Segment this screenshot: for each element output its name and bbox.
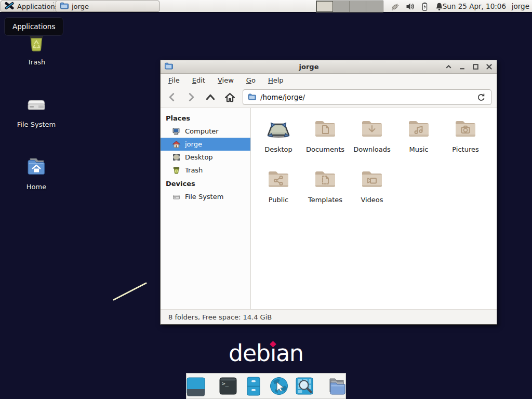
location-bar[interactable]: /home/jorge/ bbox=[243, 89, 491, 105]
folder-public-icon bbox=[266, 164, 291, 193]
dock-file-cabinet-icon[interactable] bbox=[243, 376, 264, 396]
menu-help[interactable]: Help bbox=[268, 76, 284, 84]
desktop-icon-label: Home bbox=[26, 183, 46, 191]
dock-file-manager-icon[interactable] bbox=[326, 376, 347, 396]
workspace-switcher bbox=[316, 1, 383, 12]
desktop-icon-label: Trash bbox=[28, 58, 45, 66]
path-folder-icon bbox=[248, 92, 256, 102]
file-item-templates[interactable]: Templates bbox=[302, 164, 349, 214]
folder-pictures-icon bbox=[453, 113, 478, 143]
nav-buttons bbox=[166, 91, 243, 103]
panel-username: jorge bbox=[512, 2, 529, 10]
taskbar-window-button[interactable]: jorge bbox=[56, 1, 159, 12]
volume-icon[interactable] bbox=[405, 2, 415, 11]
desktop16-icon bbox=[172, 153, 181, 162]
menu-bar: FileEditViewGoHelp bbox=[161, 74, 497, 87]
menu-go[interactable]: Go bbox=[246, 76, 256, 84]
file-item-desktop[interactable]: Desktop bbox=[255, 113, 302, 164]
file-item-music[interactable]: Music bbox=[395, 113, 442, 164]
dock-web-browser-icon[interactable] bbox=[269, 376, 289, 396]
folder-templates-icon bbox=[313, 164, 338, 193]
sidebar-item-computer[interactable]: Computer bbox=[161, 125, 250, 138]
applications-tooltip: Applications bbox=[4, 17, 63, 36]
folder-documents-icon bbox=[313, 113, 338, 143]
power-plug-icon[interactable] bbox=[391, 2, 401, 11]
applications-menu-label: Applications bbox=[17, 3, 58, 10]
status-bar: 8 folders, Free space: 14.4 GiB bbox=[161, 309, 497, 324]
drive16-icon bbox=[172, 192, 181, 201]
folder-music-icon bbox=[406, 113, 431, 143]
folder-window-icon bbox=[60, 1, 69, 11]
desktop-icon-home[interactable]: Home bbox=[11, 154, 61, 191]
debian-logo-dot bbox=[270, 341, 276, 348]
minimize-button[interactable] bbox=[458, 63, 466, 71]
file-item-pictures[interactable]: Pictures bbox=[442, 113, 489, 164]
file-item-label: Downloads bbox=[353, 145, 390, 153]
tooltip-text: Applications bbox=[12, 22, 55, 31]
workspace-cell-4[interactable] bbox=[366, 1, 383, 12]
window-controls bbox=[445, 63, 493, 71]
sidebar-header-places: Places bbox=[161, 111, 250, 125]
debian-wallpaper-logo: debıan bbox=[0, 341, 532, 366]
pointer-trail-line bbox=[109, 278, 151, 304]
file-view[interactable]: DesktopDocumentsDownloadsMusicPicturesPu… bbox=[251, 108, 497, 309]
xfce-applications-icon bbox=[5, 1, 14, 12]
top-panel: Applications jorge Sun 25 Apr, 10:06 jor… bbox=[0, 0, 532, 13]
panel-clock[interactable]: Sun 25 Apr, 10:06 bbox=[443, 2, 506, 10]
sidebar-header-devices: Devices bbox=[161, 177, 250, 190]
home48-icon bbox=[24, 154, 49, 180]
battery-charging-icon[interactable] bbox=[420, 2, 430, 11]
folder-videos-icon bbox=[360, 164, 384, 193]
dock-app-finder-icon[interactable] bbox=[294, 376, 315, 396]
desktop-special-icon bbox=[266, 113, 291, 143]
shade-button[interactable] bbox=[445, 63, 453, 71]
workspace-cell-2[interactable] bbox=[333, 1, 350, 12]
maximize-button[interactable] bbox=[472, 63, 480, 71]
places-sidebar: PlacesComputerjorgeDesktopTrashDevicesFi… bbox=[161, 108, 251, 309]
dock-terminal-icon[interactable]: >_ bbox=[218, 376, 238, 396]
sidebar-item-label: Trash bbox=[185, 166, 203, 174]
sidebar-item-desktop[interactable]: Desktop bbox=[161, 151, 250, 164]
menu-edit[interactable]: Edit bbox=[192, 76, 205, 84]
status-text: 8 folders, Free space: 14.4 GiB bbox=[168, 313, 272, 321]
desktop-icon-file-system[interactable]: File System bbox=[11, 91, 61, 128]
drive48-icon bbox=[24, 91, 49, 118]
sidebar-item-jorge[interactable]: jorge bbox=[161, 138, 250, 151]
file-item-label: Documents bbox=[306, 145, 344, 153]
sidebar-item-label: Desktop bbox=[185, 153, 213, 161]
sidebar-item-trash[interactable]: Trash bbox=[161, 164, 250, 177]
forward-button[interactable] bbox=[185, 91, 197, 103]
sidebar-item-label: Computer bbox=[185, 127, 219, 135]
menu-file[interactable]: File bbox=[168, 76, 180, 84]
debian-logo-text: debıan bbox=[229, 340, 303, 366]
up-button[interactable] bbox=[204, 91, 217, 103]
workspace-cell-3[interactable] bbox=[350, 1, 366, 12]
file-item-label: Templates bbox=[308, 196, 342, 204]
reload-button[interactable] bbox=[476, 92, 486, 102]
file-item-label: Pictures bbox=[452, 145, 478, 153]
close-button[interactable] bbox=[485, 63, 493, 71]
window-title: jorge bbox=[173, 63, 445, 71]
panel-handle bbox=[53, 2, 54, 10]
window-titlebar[interactable]: jorge bbox=[161, 60, 497, 74]
file-item-documents[interactable]: Documents bbox=[302, 113, 349, 164]
file-item-videos[interactable]: Videos bbox=[349, 164, 395, 214]
file-manager-window: jorge FileEditViewGoHelp /home/jorge/ Pl… bbox=[160, 60, 497, 325]
window-folder-icon bbox=[164, 61, 173, 72]
back-button[interactable] bbox=[166, 91, 178, 103]
home16-icon bbox=[172, 140, 181, 149]
sidebar-item-label: jorge bbox=[185, 140, 202, 148]
svg-text:>_: >_ bbox=[222, 380, 229, 387]
menu-view[interactable]: View bbox=[218, 76, 234, 84]
computer16-icon bbox=[172, 127, 181, 136]
folder-downloads-icon bbox=[360, 113, 384, 143]
file-item-public[interactable]: Public bbox=[255, 164, 302, 214]
file-item-downloads[interactable]: Downloads bbox=[349, 113, 395, 164]
home-button[interactable] bbox=[223, 91, 236, 103]
trash16-icon bbox=[172, 166, 181, 175]
location-path-text: /home/jorge/ bbox=[260, 93, 305, 101]
dock-show-desktop-icon[interactable] bbox=[185, 376, 206, 396]
sidebar-item-file-system[interactable]: File System bbox=[161, 190, 250, 203]
toolbar: /home/jorge/ bbox=[161, 87, 497, 108]
workspace-cell-1[interactable] bbox=[316, 1, 333, 12]
